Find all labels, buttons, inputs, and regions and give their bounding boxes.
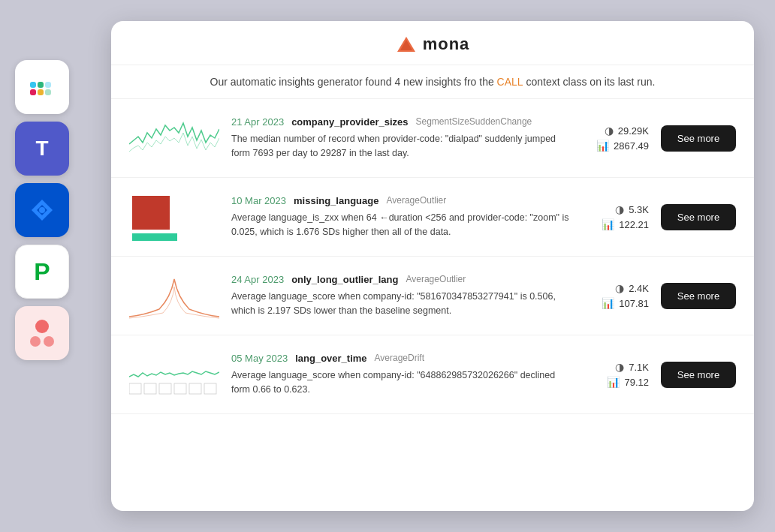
insight-desc: Average language_is_zxx when 64 ←duratio… (231, 211, 569, 239)
insight-content: 10 Mar 2023 missing_language AverageOutl… (231, 195, 569, 239)
stat-value-2: 122.21 (619, 219, 649, 230)
asana-logo (30, 320, 54, 347)
stat-value-1: 2.4K (629, 283, 649, 294)
sidebar-icon-asana[interactable] (15, 306, 69, 360)
stat-item-2: 📊 2867.49 (596, 140, 649, 152)
svg-rect-4 (45, 82, 51, 88)
insight-name: lang_over_time (295, 353, 366, 364)
insight-desc: Average language_score when company-id: … (231, 290, 569, 318)
modal-header: mona (111, 21, 754, 65)
pie-chart-icon: ◑ (615, 282, 624, 294)
svg-rect-3 (38, 89, 44, 95)
insight-date: 10 Mar 2023 (231, 195, 286, 206)
stat-value-2: 2867.49 (614, 140, 649, 152)
insight-date: 21 Apr 2023 (231, 116, 284, 128)
insight-stats: ◑ 5.3K 📊 122.21 (581, 203, 649, 230)
sidebar: T P (15, 60, 69, 360)
insight-type: AverageDrift (375, 353, 424, 363)
mona-logo-icon (396, 35, 417, 53)
insight-name: missing_language (294, 195, 378, 206)
pie-chart-icon: ◑ (615, 361, 624, 373)
insight-content: 05 May 2023 lang_over_time AverageDrift … (231, 353, 569, 397)
stat-value-1: 7.1K (629, 362, 649, 373)
insight-stats: ◑ 7.1K 📊 79.12 (581, 361, 649, 388)
chart-bar-square (129, 190, 219, 244)
pagerduty-letter: P (34, 258, 50, 286)
stat-item-1: ◑ 7.1K (615, 361, 649, 373)
red-block (132, 196, 170, 230)
teams-letter: T (35, 137, 48, 161)
insight-row: 21 Apr 2023 company_provider_sizes Segme… (111, 99, 754, 178)
insight-content: 24 Apr 2023 only_long_outlier_lang Avera… (231, 274, 569, 318)
insight-meta: 24 Apr 2023 only_long_outlier_lang Avera… (231, 274, 569, 285)
stat-value-1: 5.3K (629, 204, 649, 215)
insight-row: 05 May 2023 lang_over_time AverageDrift … (111, 335, 754, 414)
pie-chart-icon: ◑ (615, 203, 624, 215)
insight-content: 21 Apr 2023 company_provider_sizes Segme… (231, 116, 569, 161)
pie-chart-icon: ◑ (605, 125, 614, 137)
stat-value-1: 29.29K (618, 125, 649, 137)
insight-desc: Average language_score when company-id: … (231, 368, 569, 397)
stat-item-1: ◑ 29.29K (605, 125, 649, 137)
insight-date: 05 May 2023 (231, 353, 288, 364)
insight-name: only_long_outlier_lang (291, 274, 398, 285)
logo-area: mona (396, 35, 470, 54)
svg-rect-13 (189, 383, 201, 394)
stat-item-2: 📊 107.81 (602, 297, 649, 309)
insight-type: AverageOutlier (386, 195, 446, 206)
insight-meta: 05 May 2023 lang_over_time AverageDrift (231, 353, 569, 364)
insight-type: SegmentSizeSuddenChange (415, 116, 532, 127)
bar-chart-icon: 📊 (596, 140, 609, 152)
see-more-button-1[interactable]: See more (661, 125, 736, 152)
insights-modal: mona Our automatic insights generator fo… (111, 21, 754, 511)
call-highlight: CALL (497, 76, 523, 88)
summary-banner: Our automatic insights generator found 4… (111, 65, 754, 99)
svg-rect-10 (144, 383, 156, 394)
sidebar-icon-pagerduty[interactable]: P (15, 245, 69, 299)
sidebar-icon-teams[interactable]: T (15, 122, 69, 176)
insights-list: 21 Apr 2023 company_provider_sizes Segme… (111, 99, 754, 511)
svg-rect-11 (159, 383, 171, 394)
stat-item-1: ◑ 2.4K (615, 282, 649, 294)
see-more-button-3[interactable]: See more (661, 283, 736, 309)
svg-rect-2 (30, 89, 36, 95)
insight-name: company_provider_sizes (291, 116, 408, 128)
jira-logo-icon (29, 197, 56, 224)
insight-meta: 21 Apr 2023 company_provider_sizes Segme… (231, 116, 569, 128)
bar-chart-icon: 📊 (602, 297, 614, 309)
svg-rect-12 (174, 383, 186, 394)
sidebar-icon-jira[interactable] (15, 183, 69, 237)
chart-bell-curve (129, 269, 219, 323)
svg-rect-9 (129, 383, 141, 394)
chart-wavy-flat (129, 347, 219, 401)
chart-wavy-line (129, 111, 219, 165)
svg-rect-5 (45, 89, 51, 95)
see-more-button-4[interactable]: See more (661, 362, 736, 388)
insight-stats: ◑ 29.29K 📊 2867.49 (581, 125, 649, 152)
svg-rect-1 (38, 82, 44, 88)
insight-date: 24 Apr 2023 (231, 274, 284, 285)
stat-item-1: ◑ 5.3K (615, 203, 649, 215)
teal-bar (132, 233, 177, 241)
logo-text: mona (423, 35, 470, 54)
stat-value-2: 107.81 (619, 298, 649, 309)
insight-stats: ◑ 2.4K 📊 107.81 (581, 282, 649, 309)
svg-point-6 (39, 207, 45, 213)
slack-logo-icon (26, 71, 58, 103)
svg-rect-14 (204, 383, 216, 394)
sidebar-icon-slack[interactable] (15, 60, 69, 114)
bar-chart-icon: 📊 (607, 376, 620, 388)
stat-item-2: 📊 79.12 (607, 376, 649, 388)
bar-chart-icon: 📊 (602, 218, 614, 230)
insight-desc: The median number of record when provide… (231, 132, 569, 161)
see-more-button-2[interactable]: See more (661, 204, 736, 230)
insight-row: 24 Apr 2023 only_long_outlier_lang Avera… (111, 257, 754, 335)
insight-row: 10 Mar 2023 missing_language AverageOutl… (111, 178, 754, 257)
stat-value-2: 79.12 (624, 377, 649, 388)
svg-rect-0 (30, 82, 36, 88)
stat-item-2: 📊 122.21 (602, 218, 649, 230)
insight-type: AverageOutlier (406, 274, 466, 284)
insight-meta: 10 Mar 2023 missing_language AverageOutl… (231, 195, 569, 206)
